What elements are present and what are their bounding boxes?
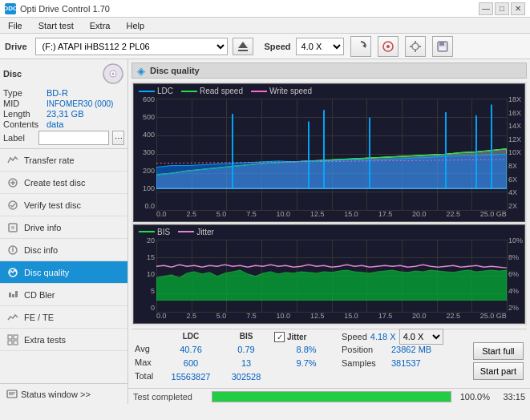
- svg-rect-1: [238, 50, 248, 51]
- minimize-button[interactable]: —: [479, 2, 493, 15]
- jitter-legend: Jitter: [178, 228, 214, 236]
- svg-rect-9: [415, 50, 416, 52]
- ldc-total: 15563827: [164, 370, 218, 383]
- svg-point-15: [112, 73, 115, 75]
- status-window-label: Status window >>: [21, 390, 91, 399]
- nav-disc-quality[interactable]: Disc quality: [0, 261, 127, 284]
- ldc-max: 600: [164, 357, 218, 370]
- bis-legend: BIS: [139, 228, 170, 236]
- contents-value: data: [47, 119, 63, 129]
- type-value: BD-R: [47, 88, 68, 98]
- svg-rect-30: [8, 335, 12, 339]
- nav-extra-tests[interactable]: Extra tests: [0, 329, 127, 351]
- ldc-legend: LDC: [139, 87, 173, 95]
- samples-label: Samples: [342, 358, 388, 368]
- avg-label: Avg: [135, 342, 160, 355]
- create-test-disc-label: Create test disc: [24, 178, 85, 188]
- type-label: Type: [3, 88, 43, 98]
- svg-rect-27: [9, 293, 11, 297]
- y-axis-left-upper: 600 500 400 300 200 100 0.0: [134, 84, 156, 221]
- cd-bler-label: CD Bler: [24, 290, 55, 300]
- speed-select[interactable]: 4.0 X: [296, 38, 344, 55]
- nav-verify-test-disc[interactable]: Verify test disc: [0, 194, 127, 216]
- write-speed-legend: Write speed: [251, 87, 312, 95]
- label-browse-button[interactable]: ⋯: [112, 131, 124, 145]
- y-axis-right-upper: 18X 16X 14X 12X 10X 8X 6X 4X 2X: [507, 84, 524, 221]
- refresh-button[interactable]: [350, 36, 371, 57]
- position-val: 23862 MB: [391, 345, 431, 354]
- disc-button[interactable]: [378, 36, 399, 57]
- status-window-button[interactable]: Status window >>: [0, 383, 127, 404]
- extra-tests-label: Extra tests: [24, 335, 66, 345]
- start-part-button[interactable]: Start part: [473, 362, 524, 380]
- svg-rect-12: [439, 47, 446, 50]
- y-axis-left-lower: 20 15 10 5 0: [134, 225, 156, 323]
- menu-start-test[interactable]: Start test: [34, 20, 79, 31]
- jitter-max: 9.7%: [274, 357, 338, 370]
- chart-title: Disc quality: [150, 66, 200, 75]
- nav-create-test-disc[interactable]: Create test disc: [0, 172, 127, 194]
- mid-label: MID: [3, 99, 43, 108]
- speed-stat-select[interactable]: 4.0 X: [399, 329, 443, 345]
- bis-total: 302528: [221, 370, 271, 383]
- svg-rect-28: [12, 294, 14, 297]
- bis-avg: 0.79: [221, 343, 271, 356]
- menu-bar: File Start test Extra Help: [0, 18, 530, 34]
- max-label: Max: [135, 356, 160, 369]
- upper-chart: LDC Read speed Write speed 600: [133, 83, 525, 222]
- menu-file[interactable]: File: [3, 20, 27, 31]
- nav-cd-bler[interactable]: CD Bler: [0, 284, 127, 306]
- title-bar: ODC Opti Drive Control 1.70 — □ ✕: [0, 0, 530, 18]
- label-input[interactable]: [38, 131, 109, 145]
- nav-drive-info[interactable]: Drive info: [0, 216, 127, 239]
- total-label: Total: [135, 370, 160, 382]
- disc-quality-icon: [6, 266, 19, 279]
- transfer-rate-icon: [6, 154, 19, 167]
- menu-help[interactable]: Help: [121, 20, 149, 31]
- jitter-header: Jitter: [287, 333, 306, 341]
- drive-select[interactable]: (F:) ATAPI iHBS112 2 PL06: [35, 38, 228, 55]
- svg-rect-7: [419, 46, 421, 47]
- position-label: Position: [342, 345, 388, 354]
- read-speed-legend: Read speed: [181, 87, 243, 95]
- fe-te-label: FE / TE: [24, 313, 54, 322]
- contents-label: Contents: [3, 119, 43, 129]
- speed-label: Speed: [265, 42, 291, 51]
- svg-rect-33: [14, 341, 18, 345]
- svg-point-5: [412, 43, 419, 50]
- maximize-button[interactable]: □: [495, 2, 509, 15]
- create-test-disc-icon: [6, 176, 19, 189]
- menu-extra[interactable]: Extra: [85, 20, 115, 31]
- jitter-total: [274, 370, 338, 383]
- extra-tests-icon: [6, 333, 19, 346]
- sidebar: Disc Type BD-R MID INFOMER30 (000) Lengt…: [0, 59, 128, 404]
- close-button[interactable]: ✕: [511, 2, 525, 15]
- disc-info-icon: [6, 244, 19, 256]
- svg-point-4: [386, 45, 390, 48]
- svg-rect-8: [415, 41, 416, 43]
- bis-max: 13: [221, 357, 271, 370]
- start-full-button[interactable]: Start full: [473, 342, 524, 360]
- length-label: Length: [3, 109, 43, 119]
- settings-button[interactable]: [405, 36, 426, 57]
- disc-quality-label: Disc quality: [24, 268, 69, 277]
- chart-title-bar: ◈ Disc quality: [131, 63, 527, 79]
- nav-fe-te[interactable]: FE / TE: [0, 306, 127, 329]
- svg-point-25: [12, 247, 14, 248]
- lower-chart: BIS Jitter 20 15 10 5 0: [133, 224, 525, 324]
- save-button[interactable]: [432, 36, 453, 57]
- status-window-icon: [6, 389, 18, 400]
- svg-marker-2: [362, 44, 366, 48]
- progress-bar-area: Test completed 100.0% 33:15: [128, 388, 530, 404]
- nav-transfer-rate[interactable]: Transfer rate: [0, 149, 127, 172]
- mid-value: INFOMER30 (000): [47, 99, 113, 108]
- lower-chart-svg: [156, 240, 507, 301]
- progress-percent: 100.0%: [458, 392, 490, 402]
- app-icon: ODC: [5, 3, 16, 14]
- drive-bar: Drive (F:) ATAPI iHBS112 2 PL06 Speed 4.…: [0, 34, 530, 59]
- jitter-checkbox[interactable]: ✓: [274, 332, 285, 342]
- eject-button[interactable]: [233, 38, 253, 55]
- nav-disc-info[interactable]: Disc info: [0, 239, 127, 261]
- jitter-avg: 8.8%: [274, 343, 338, 356]
- ldc-header: LDC: [164, 331, 218, 342]
